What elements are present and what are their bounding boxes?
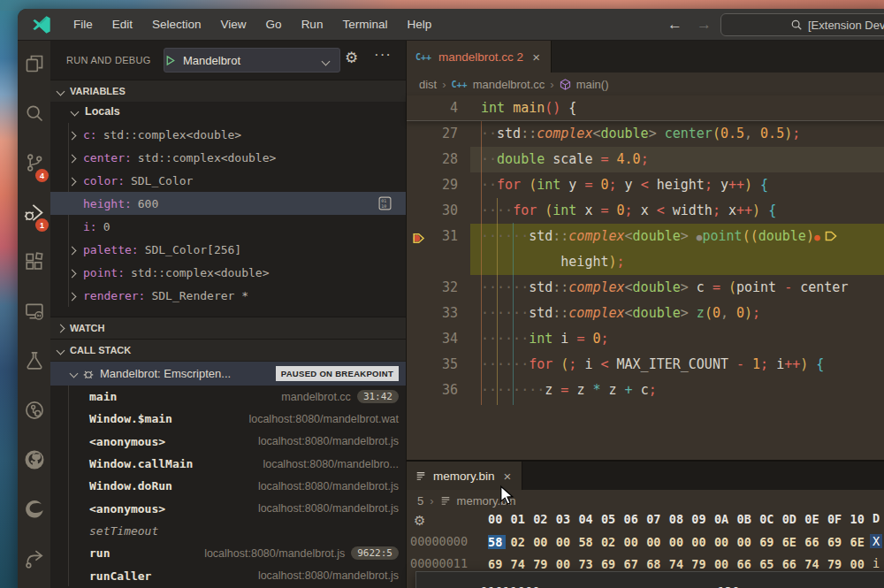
hex-byte[interactable]: 02 xyxy=(511,535,534,549)
variable-row-renderer[interactable]: renderer:SDL_Renderer * xyxy=(50,284,406,307)
stack-frame-row[interactable]: runCallerlocalhost:8080/mandelbrot.js xyxy=(50,564,406,586)
variable-row-palette[interactable]: palette:SDL_Color[256] xyxy=(50,238,406,261)
variable-row-height[interactable]: height:6000110 xyxy=(50,192,406,215)
gear-icon[interactable]: ⚙ xyxy=(345,49,358,67)
code-line[interactable]: height); xyxy=(407,249,884,275)
hex-byte[interactable]: 73 xyxy=(578,557,601,571)
code-line[interactable]: 35······for (; i < MAX_ITER_COUNT - 1; i… xyxy=(407,352,884,378)
line-number[interactable]: 28 xyxy=(407,147,470,172)
hex-byte[interactable]: 66 xyxy=(737,557,760,571)
breadcrumb[interactable]: dist › C++ mandelbrot.cc › main() xyxy=(407,73,884,95)
hex-byte[interactable]: 69 xyxy=(488,557,511,571)
hex-byte[interactable]: 67 xyxy=(624,557,647,571)
close-icon[interactable]: × xyxy=(502,469,514,484)
code-line[interactable]: 29··for (int y = 0; y < height; y++) { xyxy=(407,172,884,198)
variable-row-center[interactable]: center:std::complex<double> xyxy=(50,146,406,169)
code-line[interactable]: 34······int i = 0; xyxy=(407,326,884,352)
hex-byte[interactable]: 74 xyxy=(511,557,534,571)
line-number[interactable]: 4 xyxy=(407,95,470,121)
code-line[interactable]: 36········z = z * z + c; xyxy=(407,378,884,403)
hex-byte[interactable]: 66 xyxy=(804,535,827,549)
stack-frame-row[interactable]: Window.doRunlocalhost:8080/mandelbrot.js xyxy=(50,475,406,497)
code-line[interactable]: 28··double scale = 4.0; xyxy=(407,147,884,172)
activity-item-explorer[interactable] xyxy=(18,41,50,90)
close-icon[interactable]: × xyxy=(530,50,542,65)
hex-byte[interactable]: 69 xyxy=(759,535,782,549)
hex-byte[interactable]: 00 xyxy=(533,535,556,549)
activity-item-remote-explorer[interactable] xyxy=(18,288,50,338)
menu-selection[interactable]: Selection xyxy=(142,14,211,34)
hex-byte[interactable]: 79 xyxy=(827,557,850,571)
hex-byte[interactable]: 00 xyxy=(624,535,647,549)
line-number[interactable]: 27 xyxy=(407,121,470,147)
line-number[interactable]: 32 xyxy=(407,275,470,301)
activity-item-run-debug[interactable]: 1 xyxy=(18,189,50,239)
decoded-text[interactable]: X xyxy=(870,534,882,548)
line-number[interactable]: 34 xyxy=(407,326,470,352)
menu-run[interactable]: Run xyxy=(292,14,333,34)
watch-section-header[interactable]: WATCH xyxy=(50,317,406,339)
hex-byte[interactable]: 00 xyxy=(691,535,714,549)
hex-byte[interactable]: 00 xyxy=(646,535,669,549)
activity-item-share[interactable] xyxy=(18,536,50,585)
hex-byte[interactable]: 74 xyxy=(669,557,692,571)
callstack-section-header[interactable]: CALL STACK xyxy=(50,339,406,361)
locals-scope-row[interactable]: Locals xyxy=(50,100,406,123)
activity-item-extensions[interactable] xyxy=(18,239,50,288)
hex-byte[interactable]: 79 xyxy=(691,557,714,571)
stack-frame-row[interactable]: Window.$mainlocalhost:8080/mandelbrot.wa… xyxy=(50,408,406,430)
back-arrow-icon[interactable]: ← xyxy=(667,16,682,34)
activity-item-github[interactable] xyxy=(18,437,50,486)
hex-byte[interactable]: 00 xyxy=(850,557,873,571)
breadcrumb-folder[interactable]: dist xyxy=(419,78,437,91)
line-number[interactable]: 30 xyxy=(407,198,470,224)
activity-item-testing[interactable] xyxy=(18,338,50,387)
hex-byte[interactable]: 00 xyxy=(737,535,760,549)
hex-byte[interactable]: 00 xyxy=(714,557,737,571)
hex-byte[interactable]: 69 xyxy=(827,535,850,549)
menu-terminal[interactable]: Terminal xyxy=(332,14,397,34)
tab-mandelbrot[interactable]: C++ mandelbrot.cc 2 × xyxy=(407,41,552,73)
command-center-search[interactable]: [Extension Develop xyxy=(720,13,884,36)
variable-row-i[interactable]: i:0 xyxy=(50,215,406,238)
variable-row-point[interactable]: point:std::complex<double> xyxy=(50,261,406,284)
hex-byte[interactable]: 00 xyxy=(556,557,579,571)
activity-item-edge-devtools[interactable] xyxy=(18,486,50,536)
hex-byte[interactable]: 68 xyxy=(646,557,669,571)
stack-frame-row[interactable]: mainmandelbrot.cc31:42 xyxy=(50,386,406,408)
line-number[interactable] xyxy=(407,249,470,275)
line-number[interactable]: 31 xyxy=(407,224,470,249)
line-number[interactable]: 29 xyxy=(407,172,470,198)
hex-byte[interactable]: 00 xyxy=(714,535,737,549)
hex-byte[interactable]: 6E xyxy=(782,535,805,549)
code-line[interactable]: 4int main() { xyxy=(407,95,576,121)
hex-byte[interactable]: 58 xyxy=(578,535,601,549)
hex-byte[interactable]: 58 xyxy=(488,535,506,549)
hex-byte[interactable]: 65 xyxy=(759,557,782,571)
stack-frame-row[interactable]: Window.callMainlocalhost:8080/mandelbro.… xyxy=(50,453,406,475)
more-actions-icon[interactable]: ··· xyxy=(374,46,392,64)
hex-breadcrumb[interactable]: 5 › memory.bin xyxy=(407,490,884,511)
variable-row-c[interactable]: c:std::complex<double> xyxy=(50,123,406,146)
code-line[interactable]: 37········if (std::abs(z) > 2) xyxy=(407,403,884,405)
hex-byte[interactable]: 79 xyxy=(533,557,556,571)
line-number[interactable]: 37 xyxy=(407,403,470,405)
launch-config-dropdown[interactable]: Mandelbrot xyxy=(164,48,340,73)
activity-item-search[interactable] xyxy=(18,90,50,140)
breadcrumb-file[interactable]: mandelbrot.cc xyxy=(473,78,545,91)
view-binary-icon[interactable]: 0110 xyxy=(378,196,392,213)
code-editor[interactable]: 4int main() { 27··std::complex<double> c… xyxy=(407,95,884,588)
menu-help[interactable]: Help xyxy=(397,14,441,34)
stack-frame-row[interactable]: setTimeout xyxy=(50,520,406,542)
stack-frame-row[interactable]: <anonymous>localhost:8080/mandelbrot.js xyxy=(50,431,406,453)
code-line[interactable]: 27··std::complex<double> center(0.5, 0.5… xyxy=(407,121,884,147)
forward-arrow-icon[interactable]: → xyxy=(697,16,712,34)
menu-view[interactable]: View xyxy=(211,14,256,34)
sticky-scroll-line[interactable]: 4int main() { xyxy=(407,95,884,121)
line-number[interactable]: 36 xyxy=(407,378,470,403)
code-line[interactable]: 31······std::complex<double> ●point((dou… xyxy=(407,224,884,249)
stack-frame-row[interactable]: runlocalhost:8080/mandelbrot.js9622:5 xyxy=(50,542,406,564)
line-number[interactable]: 35 xyxy=(407,352,470,378)
menu-go[interactable]: Go xyxy=(256,14,292,34)
menu-edit[interactable]: Edit xyxy=(103,14,142,34)
